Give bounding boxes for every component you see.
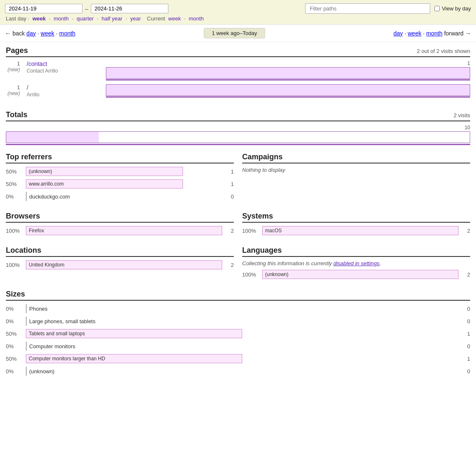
page-bar-root bbox=[106, 84, 470, 103]
date-range: – bbox=[5, 4, 168, 13]
languages-notice-text: Collecting this information is currently bbox=[242, 260, 332, 266]
view-by-day-text: View by day bbox=[442, 5, 471, 12]
size-count-3: 0 bbox=[462, 343, 470, 349]
browsers-systems-row: Browsers 100% Firefox 2 Systems 100% mac… bbox=[6, 212, 470, 239]
view-by-day-checkbox[interactable] bbox=[434, 6, 440, 11]
locations-section: Locations 100% United Kingdom 2 bbox=[6, 246, 234, 282]
page-row-root: 1 (new) / Arrillo bbox=[6, 84, 470, 103]
size-pct-1: 0% bbox=[6, 318, 23, 324]
referrer-row-duckduckgo: 0% duckduckgo.com 0 bbox=[6, 192, 234, 201]
language-bar-0: (unknown) bbox=[262, 270, 458, 279]
system-pct-0: 100% bbox=[242, 228, 259, 234]
referrer-count-0: 1 bbox=[225, 168, 234, 175]
campaigns-title: Campaigns bbox=[242, 153, 283, 161]
forward-day[interactable]: day bbox=[393, 30, 403, 37]
nav-bar: ← back day · week · month 1 week ago–Tod… bbox=[0, 25, 476, 42]
nav-month[interactable]: month bbox=[54, 15, 69, 22]
pages-section: Pages 2 out of 2 visits shown 1 (new) /c… bbox=[6, 46, 470, 103]
back-arrow: ← back bbox=[5, 30, 26, 37]
size-count-0: 0 bbox=[462, 306, 470, 312]
totals-title: Totals bbox=[6, 111, 28, 119]
system-bar-0: macOS bbox=[262, 226, 458, 235]
nav-current-week[interactable]: week bbox=[168, 15, 181, 22]
browsers-section: Browsers 100% Firefox 2 bbox=[6, 212, 234, 239]
filter-paths-input[interactable] bbox=[305, 3, 430, 14]
size-count-5: 0 bbox=[462, 368, 470, 374]
referrer-pct-2: 0% bbox=[6, 194, 23, 200]
campaigns-nothing: Nothing to display bbox=[242, 167, 470, 173]
systems-section: Systems 100% macOS 2 bbox=[242, 212, 470, 239]
referrer-pct-1: 50% bbox=[6, 181, 23, 187]
browsers-title: Browsers bbox=[6, 212, 40, 221]
pages-title: Pages bbox=[6, 46, 28, 55]
size-bar-4: Computer monitors larger than HD bbox=[26, 354, 242, 363]
forward-month[interactable]: month bbox=[426, 30, 443, 37]
back-week[interactable]: week bbox=[41, 30, 55, 37]
totals-meta: 2 visits bbox=[453, 112, 470, 118]
page-count-2: 1 bbox=[6, 84, 20, 90]
nav-week[interactable]: week bbox=[33, 15, 46, 22]
back-month[interactable]: month bbox=[59, 30, 75, 37]
page-new-1: (new) bbox=[6, 67, 20, 73]
size-row-tablets: 50% Tablets and small laptops 1 bbox=[6, 329, 470, 338]
languages-section: Languages Collecting this information is… bbox=[242, 246, 470, 282]
period-nav-links: Last day · week · month · quarter · half… bbox=[5, 15, 205, 22]
size-row-unknown: 0% (unknown) 0 bbox=[6, 367, 470, 376]
page-count-1: 1 bbox=[6, 60, 20, 67]
totals-section: Totals 2 visits 10 bbox=[6, 111, 470, 145]
nav-current-month[interactable]: month bbox=[189, 15, 204, 22]
referrer-bar-2: duckduckgo.com bbox=[26, 192, 222, 201]
campaigns-section: Campaigns Nothing to display bbox=[242, 153, 470, 204]
referrer-count-2: 0 bbox=[225, 194, 234, 200]
page-link-root[interactable]: / bbox=[27, 84, 28, 91]
page-label-contact: Contact Arrillo bbox=[27, 68, 102, 74]
nav-back: ← back day · week · month bbox=[5, 30, 75, 37]
forward-week[interactable]: week bbox=[408, 30, 421, 37]
totals-chart: 10 bbox=[6, 125, 470, 145]
size-row-large-phones: 0% Large phones, small tablets 0 bbox=[6, 317, 470, 326]
size-pct-0: 0% bbox=[6, 306, 23, 312]
sizes-section: Sizes 0% Phones 0 0% Large phones, small… bbox=[6, 290, 470, 376]
date-separator: – bbox=[85, 5, 88, 12]
location-pct-0: 100% bbox=[6, 262, 23, 268]
top-bar: – View by day Last day · week · month · … bbox=[0, 0, 476, 25]
nav-forward: day · week · month forward → bbox=[393, 30, 471, 37]
size-bar-0: Phones bbox=[26, 304, 458, 313]
size-pct-4: 50% bbox=[6, 356, 23, 362]
page-label-root: Arrillo bbox=[27, 92, 102, 98]
view-by-day-label[interactable]: View by day bbox=[434, 5, 471, 12]
size-bar-1: Large phones, small tablets bbox=[26, 317, 458, 326]
size-count-1: 0 bbox=[462, 318, 470, 324]
page-bar-contact: 1 bbox=[106, 60, 470, 79]
systems-title: Systems bbox=[242, 212, 273, 221]
date-end-input[interactable] bbox=[91, 4, 168, 13]
referrer-count-1: 1 bbox=[225, 181, 234, 187]
date-start-input[interactable] bbox=[5, 4, 83, 13]
languages-settings-link[interactable]: disabled in settings bbox=[333, 260, 380, 266]
sizes-title: Sizes bbox=[6, 290, 25, 299]
location-bar-0: United Kingdom bbox=[26, 260, 222, 269]
language-row-unknown: 100% (unknown) 2 bbox=[242, 270, 470, 279]
nav-center-label: 1 week ago–Today bbox=[204, 28, 265, 38]
location-row-uk: 100% United Kingdom 2 bbox=[6, 260, 234, 269]
languages-notice-end: . bbox=[380, 260, 381, 266]
size-pct-5: 0% bbox=[6, 368, 23, 374]
referrer-row-unknown: 50% (unknown) 1 bbox=[6, 167, 234, 176]
referrers-campaigns-row: Top referrers 50% (unknown) 1 50% www.ar… bbox=[6, 153, 470, 204]
page-link-contact[interactable]: /contact bbox=[27, 60, 47, 67]
nav-year[interactable]: year bbox=[130, 15, 140, 22]
browser-count-0: 2 bbox=[225, 228, 234, 234]
referrer-row-arrillo: 50% www.arrillo.com 1 bbox=[6, 179, 234, 189]
language-pct-0: 100% bbox=[242, 271, 259, 278]
referrers-title: Top referrers bbox=[6, 153, 52, 161]
referrer-pct-0: 50% bbox=[6, 168, 23, 175]
nav-quarter[interactable]: quarter bbox=[77, 15, 94, 22]
languages-title: Languages bbox=[242, 246, 282, 255]
nav-half-year[interactable]: half year bbox=[102, 15, 123, 22]
size-row-monitors: 0% Computer monitors 0 bbox=[6, 342, 470, 351]
back-day[interactable]: day bbox=[26, 30, 36, 37]
browser-bar-0: Firefox bbox=[26, 226, 222, 235]
main-content: Pages 2 out of 2 visits shown 1 (new) /c… bbox=[0, 42, 476, 387]
size-pct-3: 0% bbox=[6, 343, 23, 349]
size-count-4: 1 bbox=[462, 356, 470, 362]
